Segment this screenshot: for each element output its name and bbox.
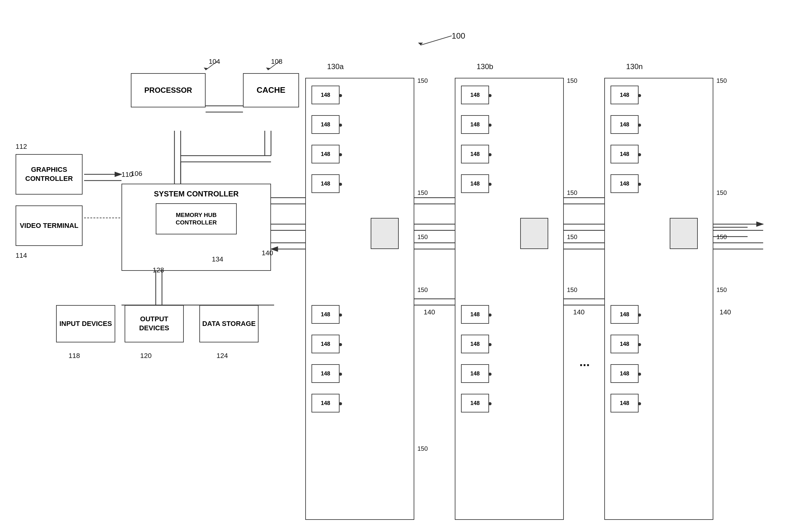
hub-130a (371, 218, 399, 249)
video-terminal-box: VIDEO TERMINAL (16, 206, 82, 246)
mem-chip-130n-6: 148 (611, 335, 639, 353)
ref-130a: 130a (327, 62, 344, 71)
mem-chip-130a-5: 148 (312, 305, 339, 324)
ref-150-130a-mid3: 150 (418, 286, 428, 293)
ref-150-130a-mid: 150 (418, 189, 428, 196)
mem-chip-130b-4: 148 (461, 174, 489, 193)
ref-140-2: 140 (424, 308, 435, 316)
ref-112: 112 (16, 142, 27, 151)
ref-128: 128 (153, 266, 164, 274)
mem-chip-130n-3: 148 (611, 145, 639, 164)
ref-150-130b-mid: 150 (567, 189, 577, 196)
mem-chip-130b-6: 148 (461, 335, 489, 353)
mem-chip-130n-1: 148 (611, 86, 639, 104)
ref100-arrow (405, 30, 467, 48)
ref-130n: 130n (626, 62, 643, 71)
ref-150-130n-mid: 150 (717, 189, 727, 196)
ref-150-130n-top: 150 (717, 77, 727, 84)
ref-124: 124 (217, 352, 228, 360)
graphics-controller-box: GRAPHICS CONTROLLER (16, 154, 82, 194)
ref104-arrow (199, 58, 224, 76)
ref-120: 120 (140, 352, 152, 360)
ref-134: 134 (212, 255, 223, 263)
hub-130b (520, 218, 548, 249)
mem-chip-130n-8: 148 (611, 394, 639, 413)
ellipsis: ... (579, 355, 590, 369)
system-controller-box: SYSTEM CONTROLLER MEMORY HUB CONTROLLER (122, 184, 271, 271)
dimm-130a (305, 78, 414, 520)
ref-140-4: 140 (720, 308, 731, 316)
ref-114: 114 (16, 251, 27, 260)
output-devices-box: OUTPUT DEVICES (125, 305, 184, 342)
mem-chip-130b-3: 148 (461, 145, 489, 164)
cache-box: CACHE (243, 73, 299, 108)
mem-chip-130n-4: 148 (611, 174, 639, 193)
mem-chip-130a-4: 148 (312, 174, 339, 193)
mem-chip-130a-7: 148 (312, 364, 339, 383)
mem-chip-130a-3: 148 (312, 145, 339, 164)
ref-150-130b-mid3: 150 (567, 286, 577, 293)
ref-130b: 130b (477, 62, 493, 71)
mem-chip-130a-6: 148 (312, 335, 339, 353)
mem-chip-130a-2: 148 (312, 115, 339, 134)
mem-chip-130a-8: 148 (312, 394, 339, 413)
mem-chip-130b-8: 148 (461, 394, 489, 413)
ref108-arrow (262, 58, 287, 76)
hub-130n (670, 218, 698, 249)
mem-chip-130b-5: 148 (461, 305, 489, 324)
diagram: 100 PROCESSOR CACHE 104 108 106 SYSTEM C… (0, 0, 794, 532)
svg-line-85 (421, 36, 452, 45)
data-storage-box: DATA STORAGE (199, 305, 259, 342)
ref-140-1: 140 (262, 249, 273, 257)
ref-140-3: 140 (573, 308, 585, 316)
memory-hub-controller-box: MEMORY HUB CONTROLLER (156, 203, 237, 234)
ref-150-130n-mid2: 150 (717, 233, 727, 241)
ref-110: 110 (122, 171, 133, 179)
mem-chip-130b-7: 148 (461, 364, 489, 383)
input-devices-box: INPUT DEVICES (56, 305, 115, 342)
processor-box: PROCESSOR (131, 73, 206, 108)
ref-150-130a-top: 150 (418, 77, 428, 84)
ref-150-130b-mid2: 150 (567, 233, 577, 241)
mem-chip-130b-2: 148 (461, 115, 489, 134)
ref-150-130n-mid3: 150 (717, 286, 727, 293)
mem-chip-130b-1: 148 (461, 86, 489, 104)
ref-118: 118 (69, 352, 80, 360)
mem-chip-130n-5: 148 (611, 305, 639, 324)
ref-150-130b-top: 150 (567, 77, 577, 84)
mem-chip-130n-2: 148 (611, 115, 639, 134)
mem-chip-130n-7: 148 (611, 364, 639, 383)
dimm-130b (455, 78, 564, 520)
dimm-130n (604, 78, 713, 520)
ref-150-130a-mid2: 150 (418, 233, 428, 241)
mem-chip-130a-1: 148 (312, 86, 339, 104)
ref-150-130a-bot: 150 (418, 445, 428, 452)
